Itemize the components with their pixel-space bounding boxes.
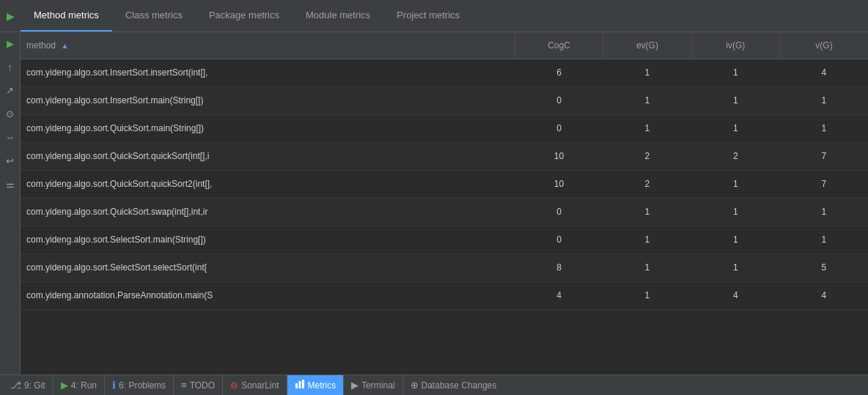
camera-icon[interactable]: ⊙ (2, 106, 18, 122)
todo-icon: ≡ (181, 380, 187, 391)
cell-method: com.yideng.annotation.ParseAnnotation.ma… (21, 281, 515, 309)
cell-evg: 1 (603, 254, 691, 281)
cell-vg: 1 (780, 86, 868, 114)
run-label: 4: Run (71, 380, 97, 391)
status-metrics[interactable]: Metrics (287, 375, 345, 395)
status-todo[interactable]: ≡ TODO (174, 375, 223, 395)
cell-cogc: 0 (515, 226, 603, 254)
problems-label: 6: Problems (119, 380, 166, 391)
left-toolbar: ▶ ↑ ↗ ⊙ ↔ ↩ ⚌ (0, 32, 21, 374)
svg-rect-0 (295, 383, 298, 388)
cell-ivg: 4 (691, 281, 779, 309)
status-problems[interactable]: ℹ 6: Problems (105, 375, 174, 395)
tab-bar: ▶ Method metrics Class metrics Package m… (0, 0, 868, 32)
database-icon: ⊕ (411, 380, 419, 391)
cell-evg: 1 (603, 198, 691, 226)
problems-icon: ℹ (112, 380, 116, 391)
column-header-vg[interactable]: v(G) (780, 32, 868, 59)
tab-module-metrics[interactable]: Module metrics (293, 0, 383, 32)
tab-method-metrics[interactable]: Method metrics (21, 0, 112, 32)
metrics-table-container[interactable]: method ▲ CogC ev(G) iv(G) (21, 32, 868, 374)
status-sonarlint[interactable]: ⊖ SonarLint (223, 375, 287, 395)
sonarlint-icon: ⊖ (230, 380, 238, 391)
terminal-icon: ▶ (351, 380, 358, 391)
metrics-icon (295, 379, 305, 391)
table-row: com.yideng.annotation.ParseAnnotation.ma… (21, 281, 868, 309)
cell-method: com.yideng.algo.sort.SelectSort.selectSo… (21, 254, 515, 281)
external-link-icon[interactable]: ↗ (2, 82, 18, 98)
cell-evg: 2 (603, 170, 691, 198)
app-window: ▶ Method metrics Class metrics Package m… (0, 0, 868, 395)
cell-evg: 1 (603, 281, 691, 309)
table-body: com.yideng.algo.sort.InsertSort.insertSo… (21, 59, 868, 309)
sonarlint-label: SonarLint (241, 380, 279, 391)
cell-vg: 1 (780, 114, 868, 142)
settings-icon[interactable]: ⚌ (2, 176, 18, 192)
cell-evg: 1 (603, 86, 691, 114)
cell-cogc: 0 (515, 198, 603, 226)
status-bar: ⎇ 9: Git ▶ 4: Run ℹ 6: Problems ≡ TODO ⊖… (0, 374, 868, 395)
cell-evg: 1 (603, 59, 691, 86)
cell-vg: 1 (780, 198, 868, 226)
git-icon: ⎇ (10, 380, 21, 391)
status-terminal[interactable]: ▶ Terminal (344, 375, 402, 395)
cell-evg: 2 (603, 142, 691, 170)
database-label: Database Changes (422, 380, 497, 391)
metrics-table: method ▲ CogC ev(G) iv(G) (21, 32, 868, 310)
cell-method: com.yideng.algo.sort.QuickSort.swap(int[… (21, 198, 515, 226)
table-row: com.yideng.algo.sort.QuickSort.quickSort… (21, 170, 868, 198)
cell-vg: 7 (780, 142, 868, 170)
table-row: com.yideng.algo.sort.InsertSort.main(Str… (21, 86, 868, 114)
cell-cogc: 10 (515, 170, 603, 198)
terminal-label: Terminal (361, 380, 394, 391)
cell-cogc: 8 (515, 254, 603, 281)
cell-evg: 1 (603, 226, 691, 254)
run-status-icon: ▶ (61, 380, 68, 391)
layout-icon[interactable]: ↔ (2, 129, 18, 145)
tab-project-metrics[interactable]: Project metrics (383, 0, 473, 32)
status-run[interactable]: ▶ 4: Run (54, 375, 105, 395)
cell-ivg: 1 (691, 254, 779, 281)
tab-package-metrics[interactable]: Package metrics (196, 0, 293, 32)
cell-method: com.yideng.algo.sort.QuickSort.quickSort… (21, 142, 515, 170)
cell-vg: 4 (780, 59, 868, 86)
column-header-ivg[interactable]: iv(G) (691, 32, 779, 59)
cell-cogc: 0 (515, 86, 603, 114)
cell-method: com.yideng.algo.sort.QuickSort.main(Stri… (21, 114, 515, 142)
cell-ivg: 1 (691, 170, 779, 198)
table-header-row: method ▲ CogC ev(G) iv(G) (21, 32, 868, 59)
cell-ivg: 1 (691, 198, 779, 226)
table-row: com.yideng.algo.sort.InsertSort.insertSo… (21, 59, 868, 86)
status-database[interactable]: ⊕ Database Changes (403, 375, 504, 395)
sort-icon: ▲ (61, 42, 68, 50)
todo-label: TODO (190, 380, 215, 391)
undo-icon[interactable]: ↩ (2, 152, 18, 169)
cell-ivg: 1 (691, 59, 779, 86)
table-row: com.yideng.algo.sort.QuickSort.main(Stri… (21, 114, 868, 142)
table-row: com.yideng.algo.sort.QuickSort.quickSort… (21, 142, 868, 170)
cell-method: com.yideng.algo.sort.InsertSort.insertSo… (21, 59, 515, 86)
cell-cogc: 4 (515, 281, 603, 309)
metrics-label: Metrics (308, 380, 336, 391)
column-header-cogc[interactable]: CogC (515, 32, 603, 59)
cell-vg: 4 (780, 281, 868, 309)
run-toolbar-icon[interactable]: ▶ (2, 35, 18, 51)
cell-ivg: 1 (691, 226, 779, 254)
cell-vg: 5 (780, 254, 868, 281)
column-header-method[interactable]: method ▲ (21, 32, 515, 59)
column-header-evg[interactable]: ev(G) (603, 32, 691, 59)
export-icon[interactable]: ↑ (2, 59, 18, 75)
svg-rect-2 (302, 380, 304, 388)
git-label: 9: Git (24, 380, 45, 391)
cell-vg: 1 (780, 226, 868, 254)
tab-class-metrics[interactable]: Class metrics (112, 0, 196, 32)
cell-cogc: 6 (515, 59, 603, 86)
cell-cogc: 0 (515, 114, 603, 142)
content-area: ▶ ↑ ↗ ⊙ ↔ ↩ ⚌ method ▲ CogC (0, 32, 868, 374)
status-git[interactable]: ⎇ 9: Git (3, 375, 54, 395)
cell-evg: 1 (603, 114, 691, 142)
run-icon[interactable]: ▶ (0, 0, 21, 32)
cell-method: com.yideng.algo.sort.InsertSort.main(Str… (21, 86, 515, 114)
cell-method: com.yideng.algo.sort.QuickSort.quickSort… (21, 170, 515, 198)
table-row: com.yideng.algo.sort.SelectSort.main(Str… (21, 226, 868, 254)
